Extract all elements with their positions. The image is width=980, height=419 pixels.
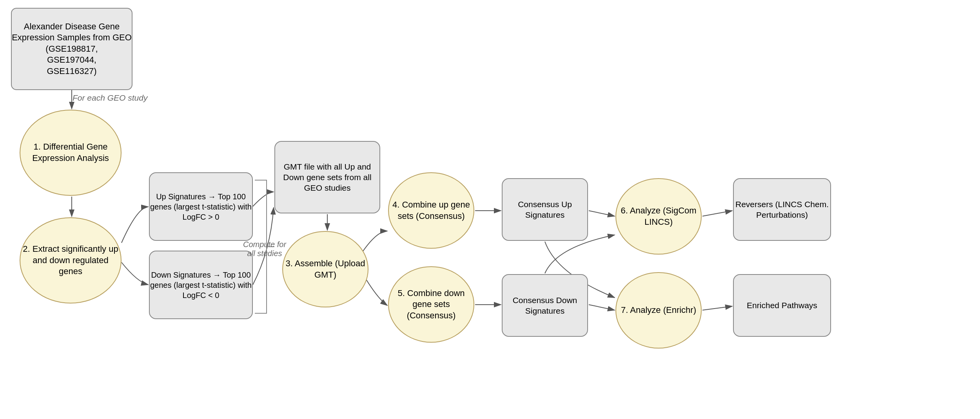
- consensus-up-text: Consensus Up Signatures: [503, 199, 587, 220]
- gmt-file-node: GMT file with all Up and Down gene sets …: [274, 141, 380, 213]
- reversers-node: Reversers (LINCS Chem. Perturbations): [733, 178, 831, 241]
- gmt-file-text: GMT file with all Up and Down gene sets …: [275, 161, 379, 193]
- gse-source-node: Alexander Disease Gene Expression Sample…: [11, 8, 132, 90]
- reversers-text: Reversers (LINCS Chem. Perturbations): [734, 199, 830, 220]
- step4-text: 4. Combine up gene sets (Consensus): [389, 199, 474, 222]
- down-signatures-node: Down Signatures → Top 100 genes (largest…: [149, 251, 253, 319]
- consensus-down-text: Consensus Down Signatures: [503, 295, 587, 316]
- step6-text: 6. Analyze (SigCom LINCS): [616, 205, 701, 228]
- consensus-up-node: Consensus Up Signatures: [502, 178, 588, 241]
- consensus-down-node: Consensus Down Signatures: [502, 274, 588, 337]
- arrows-svg: [0, 0, 980, 419]
- up-signatures-text: Up Signatures → Top 100 genes (largest t…: [150, 191, 252, 222]
- step7-text: 7. Analyze (Enrichr): [621, 305, 696, 316]
- diagram-container: Alexander Disease Gene Expression Sample…: [0, 0, 980, 419]
- svg-line-6: [589, 211, 615, 216]
- gse-source-text: Alexander Disease Gene Expression Sample…: [12, 21, 132, 77]
- enriched-pathways-node: Enriched Pathways: [733, 274, 831, 337]
- step5-node: 5. Combine down gene sets (Consensus): [388, 266, 474, 343]
- step3-text: 3. Assemble (Upload GMT): [283, 258, 368, 280]
- enriched-pathways-text: Enriched Pathways: [747, 300, 817, 311]
- step7-node: 7. Analyze (Enrichr): [615, 272, 702, 349]
- step2-text: 2. Extract significantly up and down reg…: [20, 244, 121, 277]
- step5-text: 5. Combine down gene sets (Consensus): [389, 288, 474, 321]
- step3-node: 3. Assemble (Upload GMT): [282, 231, 368, 307]
- step4-node: 4. Combine up gene sets (Consensus): [388, 172, 474, 249]
- step1-text: 1. Differential Gene Expression Analysis: [20, 141, 121, 164]
- svg-line-8: [702, 211, 732, 216]
- svg-line-9: [702, 306, 732, 310]
- step1-node: 1. Differential Gene Expression Analysis: [20, 110, 122, 196]
- step6-node: 6. Analyze (SigCom LINCS): [615, 178, 702, 255]
- down-signatures-text: Down Signatures → Top 100 genes (largest…: [150, 270, 252, 300]
- svg-line-7: [589, 305, 615, 310]
- for-each-geo-label: For each GEO study: [73, 93, 147, 103]
- step2-node: 2. Extract significantly up and down reg…: [20, 217, 122, 303]
- compute-all-label: Compute for all studies: [243, 231, 286, 258]
- up-signatures-node: Up Signatures → Top 100 genes (largest t…: [149, 172, 253, 241]
